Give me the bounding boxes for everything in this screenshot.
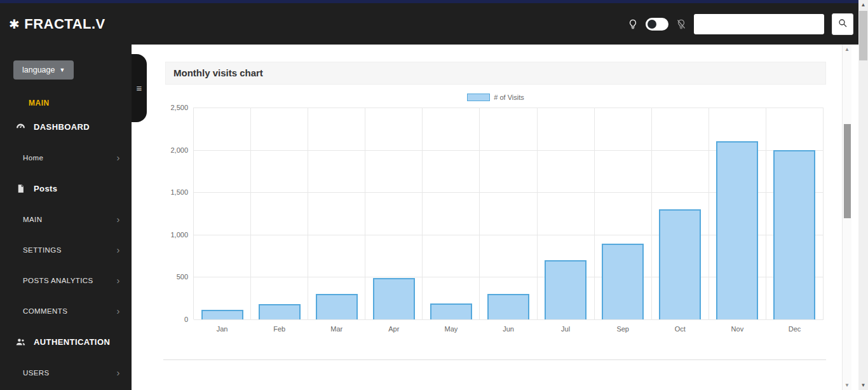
- chart-column-oct: Oct: [652, 108, 709, 319]
- monthly-visits-card: Monthly visits chart # of Visits 05001,0…: [165, 62, 826, 341]
- x-axis-tick-label: Jun: [480, 325, 536, 333]
- bar-jul: [545, 260, 587, 319]
- legend-label: # of Visits: [494, 94, 524, 101]
- chart-column-jun: Jun: [480, 108, 537, 319]
- lightbulb-off-icon: [675, 18, 688, 31]
- sidebar-item-label: AUTHENTICATION: [34, 337, 110, 347]
- x-axis-tick-label: Feb: [251, 325, 308, 333]
- content-scrollbar-thumb[interactable]: [844, 124, 851, 218]
- chart-column-may: May: [423, 108, 480, 319]
- bar-chart: 05001,0001,5002,0002,500JanFebMarAprMayJ…: [193, 108, 824, 341]
- x-axis-tick-label: Jan: [194, 325, 250, 333]
- bar-oct: [659, 209, 701, 319]
- lightbulb-on-icon: [627, 18, 639, 31]
- x-axis-tick-label: Nov: [709, 325, 766, 333]
- sidebar-section-title: MAIN: [29, 99, 132, 108]
- chart-column-sep: Sep: [595, 108, 652, 319]
- sidebar-item-label: USERS: [23, 369, 50, 377]
- chart-plot-area: 05001,0001,5002,0002,500JanFebMarAprMayJ…: [193, 108, 824, 319]
- page-scrollbar-thumb[interactable]: [859, 11, 867, 60]
- header-controls: [627, 13, 853, 35]
- sidebar-item-settings[interactable]: SETTINGS ›: [0, 235, 132, 265]
- content-scrollbar[interactable]: ▲ ▼: [842, 45, 851, 390]
- h-gridline: [194, 319, 824, 320]
- chevron-right-icon: ›: [117, 247, 120, 253]
- y-axis-tick-label: 1,000: [170, 231, 188, 239]
- app-logo[interactable]: ✱ FRACTAL.V: [9, 16, 105, 32]
- chart-column-apr: Apr: [365, 108, 423, 319]
- chart-column-jan: Jan: [194, 108, 251, 319]
- content-scroll-down-icon[interactable]: ▼: [843, 382, 851, 388]
- y-axis-tick-label: 2,500: [170, 104, 188, 111]
- content-divider: [163, 359, 826, 360]
- sidebar-item-users[interactable]: USERS ›: [0, 358, 132, 388]
- x-axis-tick-label: Dec: [766, 325, 823, 333]
- chevron-right-icon: ›: [117, 155, 120, 161]
- card-header: Monthly visits chart: [165, 62, 826, 85]
- y-axis-tick-label: 500: [177, 273, 188, 281]
- bar-nov: [716, 141, 758, 319]
- sidebar-item-home[interactable]: Home ›: [0, 143, 132, 173]
- x-axis-tick-label: Sep: [595, 325, 651, 333]
- x-axis-tick-label: May: [423, 325, 479, 333]
- sidebar-item-label: POSTS ANALYTICS: [23, 277, 93, 284]
- bar-may: [430, 303, 472, 319]
- sidebar-item-label: DASHBOARD: [34, 122, 90, 132]
- y-axis-tick-label: 0: [184, 316, 188, 323]
- chevron-right-icon: ›: [117, 216, 120, 223]
- legend-swatch: [467, 94, 490, 101]
- search-icon: [837, 18, 848, 31]
- chevron-right-icon: ›: [117, 277, 120, 284]
- bar-apr: [373, 278, 415, 319]
- content-scroll-up-icon[interactable]: ▲: [843, 46, 851, 52]
- x-axis-tick-label: Oct: [652, 325, 709, 333]
- posts-icon: [15, 183, 26, 194]
- logo-text: FRACTAL.V: [24, 16, 105, 32]
- chart-column-dec: Dec: [766, 108, 824, 319]
- chevron-right-icon: ›: [117, 308, 120, 314]
- sidebar-item-dashboard[interactable]: DASHBOARD: [0, 111, 132, 143]
- search-button[interactable]: [832, 13, 853, 35]
- bar-feb: [259, 304, 301, 319]
- y-axis-tick-label: 2,000: [170, 146, 188, 154]
- sidebar-item-main[interactable]: MAIN ›: [0, 204, 132, 235]
- language-dropdown[interactable]: language ▼: [13, 60, 74, 80]
- x-axis-tick-label: Apr: [365, 325, 422, 333]
- bar-jun: [487, 294, 529, 319]
- sidebar-item-comments[interactable]: COMMENTS ›: [0, 296, 132, 326]
- bar-mar: [316, 294, 358, 319]
- hamburger-icon: ≡: [137, 83, 142, 94]
- page-scroll-up-button[interactable]: ▲: [858, 0, 868, 10]
- y-axis-tick-label: 1,500: [170, 188, 188, 196]
- page-scrollbar[interactable]: ▲ ▼: [858, 0, 868, 390]
- x-axis-tick-label: Mar: [308, 325, 365, 333]
- main-content: Monthly visits chart # of Visits 05001,0…: [132, 45, 858, 390]
- header: ✱ FRACTAL.V: [0, 3, 858, 45]
- chart-column-mar: Mar: [308, 108, 365, 319]
- x-axis-tick-label: Jul: [538, 325, 594, 333]
- page-scroll-down-button[interactable]: ▼: [858, 380, 868, 390]
- sidebar-item-posts[interactable]: Posts: [0, 173, 132, 204]
- sidebar-item-label: MAIN: [23, 216, 42, 223]
- chart-column-feb: Feb: [251, 108, 308, 319]
- chart-column-nov: Nov: [709, 108, 766, 319]
- sidebar: language ▼ MAIN DASHBOARD Home › Posts M…: [0, 45, 132, 390]
- sidebar-collapse-toggle[interactable]: ≡: [132, 54, 147, 122]
- sidebar-item-posts-analytics[interactable]: POSTS ANALYTICS ›: [0, 265, 132, 296]
- card-body: # of Visits 05001,0001,5002,0002,500JanF…: [165, 85, 826, 341]
- chevron-right-icon: ›: [117, 370, 120, 376]
- sidebar-item-label: Home: [23, 154, 43, 162]
- bar-jan: [201, 310, 243, 319]
- bar-sep: [602, 244, 644, 319]
- chart-legend[interactable]: # of Visits: [168, 94, 824, 101]
- toggle-knob: [648, 20, 656, 29]
- dashboard-icon: [15, 122, 26, 132]
- sidebar-item-authentication[interactable]: AUTHENTICATION: [0, 326, 132, 358]
- sidebar-item-label: SETTINGS: [23, 246, 62, 254]
- logo-asterisk-icon: ✱: [9, 17, 20, 32]
- sidebar-item-label: Posts: [34, 184, 57, 193]
- theme-toggle[interactable]: [646, 18, 668, 31]
- search-input[interactable]: [694, 14, 824, 34]
- people-icon: [15, 337, 26, 347]
- bar-dec: [773, 150, 815, 319]
